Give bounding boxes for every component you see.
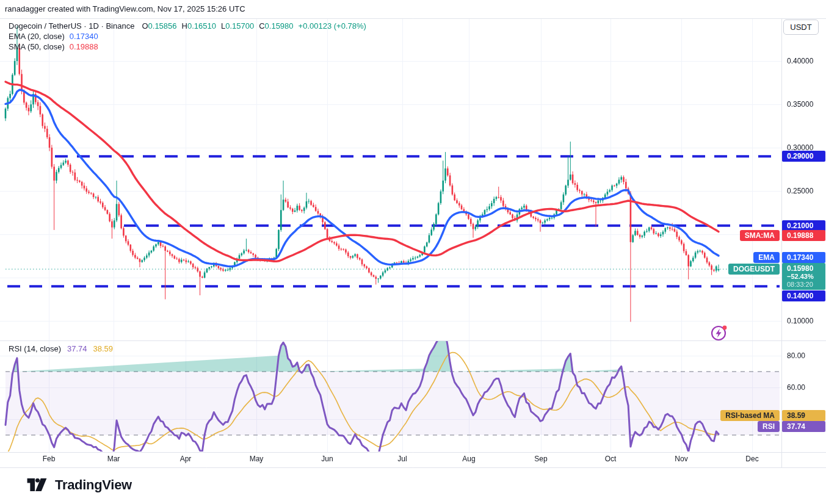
ohlc-close: C0.15980 bbox=[259, 21, 293, 31]
symbol-name-tag: DOGEUSDT bbox=[728, 264, 780, 275]
rsi-axis-value: 37.74 bbox=[782, 421, 825, 432]
ohlc-change: +0.00123 (+0.78%) bbox=[299, 21, 366, 31]
rsi-legend-row[interactable]: RSI (14, close) 37.74 38.59 bbox=[9, 344, 113, 353]
time-axis-month[interactable]: Oct bbox=[605, 455, 617, 463]
time-axis-month[interactable]: Nov bbox=[675, 455, 687, 463]
price-axis-tick: 0.25000 bbox=[781, 186, 826, 196]
symbol-legend-row[interactable]: Dogecoin / TetherUS · 1D · Binance O0.15… bbox=[9, 21, 366, 31]
time-axis-month[interactable]: Apr bbox=[180, 455, 192, 463]
sma-label: SMA (50, close) bbox=[9, 42, 65, 51]
price-chart-canvas[interactable] bbox=[0, 0, 826, 504]
time-axis-month[interactable]: Sep bbox=[534, 455, 547, 463]
ema-legend-row[interactable]: EMA (20, close) 0.17340 bbox=[9, 31, 366, 41]
rsi-axis-tick: 80.00 bbox=[781, 351, 826, 361]
ema-label: EMA (20, close) bbox=[9, 32, 65, 41]
rsi-value: 37.74 bbox=[67, 344, 87, 353]
ohlc-open: O0.15856 bbox=[142, 21, 176, 31]
currency-unit-button[interactable]: USDT bbox=[783, 20, 819, 35]
candle-countdown: 08:33:20 bbox=[787, 281, 825, 289]
ema-value: 0.17340 bbox=[70, 32, 98, 41]
time-axis-month[interactable]: Jun bbox=[321, 455, 333, 463]
time-axis-month[interactable]: Mar bbox=[107, 455, 120, 463]
time-axis-month[interactable]: Aug bbox=[462, 455, 475, 463]
boost-flash-icon[interactable] bbox=[709, 322, 730, 343]
rsi-name-tag: RSI bbox=[758, 421, 780, 432]
price-axis-tick: 0.35000 bbox=[781, 99, 826, 109]
symbol-last-price: 0.15980 bbox=[787, 264, 825, 273]
rsi-label: RSI (14, close) bbox=[9, 344, 61, 353]
tradingview-logo[interactable]: TradingView bbox=[23, 477, 132, 493]
price-axis-tick: 0.10000 bbox=[781, 316, 826, 326]
ema-name-tag: EMA bbox=[753, 252, 780, 263]
sma-axis-value: 0.19888 bbox=[782, 230, 825, 241]
rsi-ma-axis-value: 38.59 bbox=[782, 410, 825, 421]
ohlc-high: H0.16510 bbox=[182, 21, 216, 31]
time-axis-month[interactable]: Jul bbox=[397, 455, 407, 463]
attribution-text: ranadagger created with TradingView.com,… bbox=[5, 4, 245, 13]
tradingview-chart-window: ranadagger created with TradingView.com,… bbox=[0, 0, 826, 504]
price-axis-tick: 0.40000 bbox=[781, 56, 826, 66]
level-price-label: 0.14000 bbox=[782, 290, 825, 301]
sma-name-tag: SMA:MA bbox=[740, 230, 780, 241]
level-price-label: 0.29000 bbox=[782, 151, 825, 162]
chart-legend: Dogecoin / TetherUS · 1D · Binance O0.15… bbox=[9, 21, 366, 52]
rsi-ma-name-tag: RSI-based MA bbox=[720, 410, 780, 421]
rsi-axis-tick: 60.00 bbox=[781, 383, 826, 392]
ema-axis-value: 0.17340 bbox=[782, 252, 825, 263]
sma-legend-row[interactable]: SMA (50, close) 0.19888 bbox=[9, 41, 366, 52]
tradingview-logo-text: TradingView bbox=[55, 477, 132, 493]
symbol-title: Dogecoin / TetherUS · 1D · Binance bbox=[9, 21, 134, 31]
symbol-change-percent: −52.43% bbox=[787, 273, 825, 281]
rsi-ma-value: 38.59 bbox=[93, 344, 114, 353]
ohlc-low: L0.15700 bbox=[221, 21, 254, 31]
symbol-price-label: 0.15980−52.43%08:33:20 bbox=[782, 263, 825, 290]
tradingview-logo-mark bbox=[23, 477, 50, 493]
time-axis-month[interactable]: Dec bbox=[745, 455, 758, 463]
sma-value: 0.19888 bbox=[70, 42, 98, 51]
time-axis-month[interactable]: Feb bbox=[43, 455, 56, 463]
time-axis-month[interactable]: May bbox=[250, 455, 264, 463]
